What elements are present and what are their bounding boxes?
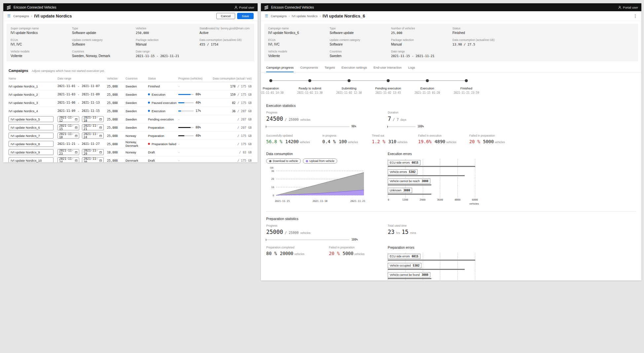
portal-user-menu[interactable]: Portal user xyxy=(618,6,638,9)
breadcrumb-link[interactable]: Campaigns xyxy=(13,14,29,18)
bar-label-box: ECU side errors6015 xyxy=(388,160,420,165)
date-start-input[interactable]: 2021-11-23 xyxy=(57,149,79,155)
date-start-input[interactable]: 2021-11-15 xyxy=(57,124,79,130)
date-separator: - xyxy=(78,93,79,96)
page-toolbar: ☰ Campaigns›IVI update Nordics›IVI updat… xyxy=(261,11,641,21)
tab-campaign-progress[interactable]: Campaign progress xyxy=(266,66,294,72)
data-consumption-cell: 82 / 175 GB xyxy=(207,101,252,105)
campaign-row[interactable]: IVI update Nordics_32021-11-06-2021-11-1… xyxy=(9,99,252,107)
campaign-name: IVI update Nordics_1 xyxy=(9,84,38,88)
date-start: 2021-11-03 xyxy=(57,93,75,96)
app-header: Ericsson Connected Vehicles Portal user xyxy=(3,3,258,11)
step-label: Submitting xyxy=(341,86,356,90)
stat-label: In progress xyxy=(322,134,372,137)
bar-label: Unknown xyxy=(390,189,401,192)
legend-dot xyxy=(269,160,271,162)
portal-user-label: Portal user xyxy=(623,6,638,9)
summary-field: ECUsIVI, IVC xyxy=(268,38,328,46)
vehicles-cell: 25,000 xyxy=(107,101,125,105)
bar-value: 6015 xyxy=(411,255,418,258)
more-menu-icon[interactable]: ⋮ xyxy=(633,14,637,18)
tab-end-user-interaction[interactable]: End-user interaction xyxy=(374,66,402,72)
bar-value: 3008 xyxy=(422,273,428,276)
data-estimate: / 175 GB xyxy=(237,93,252,96)
campaign-name-input[interactable] xyxy=(9,149,54,155)
campaign-name-input[interactable] xyxy=(9,124,54,130)
vehicles-cell: 25,000 xyxy=(107,142,125,146)
bar-row: Vehicle cannot be reach3008 xyxy=(388,177,483,187)
campaign-row[interactable]: 2021-11-21-2021-11-2725,000Norway, Denma… xyxy=(9,140,252,148)
axis-tick-label: 6000 xyxy=(472,198,478,201)
campaign-name-input[interactable] xyxy=(9,116,54,122)
tab-components[interactable]: Components xyxy=(300,66,318,72)
date-end-input[interactable]: 2021-11-18 xyxy=(82,116,104,122)
date-end-input[interactable]: 2021-11-30 xyxy=(82,157,104,162)
campaign-row[interactable]: 2021-11-122021-11-1825,000SwedenPending … xyxy=(9,115,252,123)
date-start: 2021-11-21 xyxy=(57,142,75,145)
status-cell: Paused execution xyxy=(148,101,178,105)
countries-cell: Sweden xyxy=(125,109,148,113)
campaign-row[interactable]: IVI update Nordics_22021-11-03-2021-11-0… xyxy=(9,90,252,99)
legend-toggle[interactable]: Upload from vehicle xyxy=(303,158,337,164)
stat-label: Failed in preparation xyxy=(469,134,636,137)
date-end-input[interactable]: 2021-11-21 xyxy=(82,124,104,130)
date-range-cell: 2021-11-09-2021-11-15 xyxy=(57,109,107,113)
date-end: 2021-11-09 xyxy=(82,93,99,96)
step-timestamp: 2021-11-15 01:20 xyxy=(414,91,440,94)
campaign-row[interactable]: IVI update Nordics_42021-11-09-2021-11-1… xyxy=(9,107,252,115)
stat-label: Failed in preparation xyxy=(329,246,388,249)
campaign-row[interactable]: 2021-11-242021-11-3025,000DenmarkDraft-/… xyxy=(9,156,252,162)
data-consumption-cell: 178 / 175 GB xyxy=(207,84,252,88)
bar xyxy=(388,194,431,195)
date-value: 2021-11-23 xyxy=(59,149,74,155)
vehicles-value: 25,000 xyxy=(107,93,118,96)
progress-empty: - xyxy=(178,150,179,154)
vehicles-cell: 25,000 xyxy=(107,134,125,138)
date-end-input[interactable]: 2021-11-24 xyxy=(82,133,104,139)
legend-toggle[interactable]: Download to vehicle xyxy=(266,158,301,164)
stat-count: 310 xyxy=(388,139,396,144)
tab-logs[interactable]: Logs xyxy=(408,66,415,72)
column-header: Vehicles xyxy=(107,77,125,80)
execution-errors-block: Execution errors ECU side errors6015Vehi… xyxy=(388,152,636,205)
calendar-icon xyxy=(75,134,78,137)
campaign-name-input[interactable] xyxy=(9,157,54,162)
save-button[interactable]: Save xyxy=(237,13,254,19)
portal-user-menu[interactable]: Portal user xyxy=(234,6,254,9)
breadcrumb: Campaigns›IVI update Nordics›IVI update … xyxy=(271,14,365,18)
tab-execution-settings[interactable]: Execution settings xyxy=(341,66,367,72)
data-consumption-cell: 159 / 175 GB xyxy=(207,93,252,96)
campaign-row[interactable]: 2021-11-182021-11-2425,000NorwayPreparat… xyxy=(9,132,252,140)
vehicles-cell: 25,000 xyxy=(107,126,125,129)
campaign-name-input[interactable] xyxy=(9,141,54,147)
menu-icon[interactable]: ☰ xyxy=(7,14,11,18)
campaign-name-input[interactable] xyxy=(9,133,54,139)
duration-bar: 100% xyxy=(388,125,424,128)
campaign-row[interactable]: 2021-11-152021-11-2125,000SwedenPreparat… xyxy=(9,123,252,132)
bar-row: ECU side errors6015 xyxy=(388,253,483,262)
date-start-input[interactable]: 2021-11-24 xyxy=(57,157,79,162)
column-header: Data consumption (actual / est) xyxy=(207,77,252,80)
bar xyxy=(388,278,431,279)
campaign-row[interactable]: 2021-11-232021-11-2910,000NorwayDraft-/ … xyxy=(9,148,252,156)
step-label: Ready to submit xyxy=(299,86,321,90)
field-label: Campaign name xyxy=(268,27,328,30)
date-start-input[interactable]: 2021-11-18 xyxy=(57,133,79,139)
date-start-input[interactable]: 2021-11-12 xyxy=(57,116,79,122)
progress-cell: - xyxy=(178,117,207,121)
breadcrumb-link[interactable]: IVI update Nordics xyxy=(292,14,317,18)
date-value: 2021-11-15 xyxy=(59,124,74,131)
field-value: Software xyxy=(72,43,134,46)
cancel-button[interactable]: Cancel xyxy=(216,13,235,19)
stat-label: Timed out xyxy=(372,134,418,137)
campaign-row[interactable]: IVI update Nordics_12021-11-01-2021-11-0… xyxy=(9,82,252,90)
table-header-row: NameDate rangeVehiclesCountriesStatusPro… xyxy=(9,75,252,82)
super-campaign-summary-panel: Created by: benny.good@man.com Super cam… xyxy=(7,24,254,61)
menu-icon[interactable]: ☰ xyxy=(265,14,268,18)
used-time-minutes: 15 xyxy=(402,229,408,235)
date-end-input[interactable]: 2021-11-29 xyxy=(82,149,104,155)
tab-targets[interactable]: Targets xyxy=(325,66,335,72)
progress-label: 17% xyxy=(196,109,201,112)
vehicles-value: 10,000 xyxy=(107,151,118,154)
breadcrumb-link[interactable]: Campaigns xyxy=(271,14,287,18)
